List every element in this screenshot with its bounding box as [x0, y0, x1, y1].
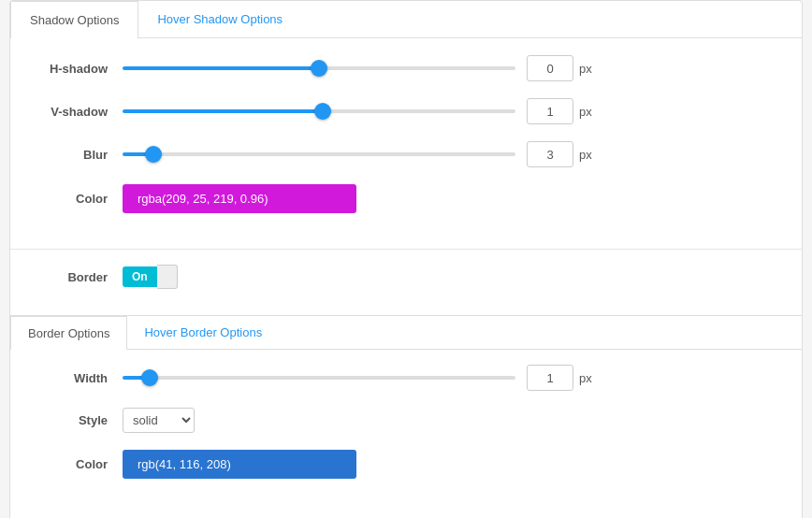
- h-shadow-unit: px: [579, 62, 592, 76]
- tab-border-options[interactable]: Border Options: [10, 316, 127, 350]
- border-style-row: Style solid dashed dotted double none: [38, 408, 774, 433]
- border-toggle-row: Border On: [38, 265, 774, 289]
- border-style-select[interactable]: solid dashed dotted double none: [123, 408, 195, 433]
- border-width-slider-wrap: [123, 376, 515, 380]
- tab-hover-border-options[interactable]: Hover Border Options: [127, 316, 279, 350]
- h-shadow-slider[interactable]: [123, 66, 515, 70]
- h-shadow-label: H-shadow: [38, 62, 123, 76]
- tab-shadow-options[interactable]: Shadow Options: [10, 1, 138, 38]
- v-shadow-label: V-shadow: [38, 105, 123, 119]
- toggle-on-label: On: [123, 266, 157, 287]
- border-width-label: Width: [38, 371, 123, 385]
- h-shadow-slider-wrap: [123, 66, 515, 70]
- border-width-row: Width px: [38, 365, 774, 391]
- shadow-color-row: Color rgba(209, 25, 219, 0.96): [38, 184, 774, 213]
- h-shadow-input[interactable]: [527, 55, 573, 81]
- border-color-row: Color rgb(41, 116, 208): [38, 450, 774, 479]
- border-options-section: Width px Style solid dashed dotted doubl…: [10, 350, 802, 505]
- border-rows: Width px Style solid dashed dotted doubl…: [38, 350, 774, 479]
- border-width-input[interactable]: [527, 365, 573, 391]
- blur-row: Blur px: [38, 141, 774, 167]
- v-shadow-slider[interactable]: [123, 109, 515, 113]
- v-shadow-slider-wrap: [123, 109, 515, 113]
- shadow-tabs: Shadow Options Hover Shadow Options: [10, 1, 802, 38]
- shadow-color-swatch[interactable]: rgba(209, 25, 219, 0.96): [123, 184, 356, 213]
- blur-slider[interactable]: [123, 152, 515, 156]
- border-toggle[interactable]: On: [123, 265, 178, 289]
- border-style-label: Style: [38, 413, 123, 427]
- border-width-unit: px: [579, 371, 592, 385]
- v-shadow-input[interactable]: [527, 98, 573, 124]
- border-section-top: Border On: [10, 265, 802, 315]
- border-toggle-wrap: On: [123, 265, 178, 289]
- toggle-off-part: [157, 265, 178, 289]
- blur-label: Blur: [38, 148, 123, 162]
- tab-hover-shadow-options[interactable]: Hover Shadow Options: [138, 1, 301, 38]
- v-shadow-unit: px: [579, 105, 592, 119]
- divider-1: [10, 249, 802, 250]
- v-shadow-row: V-shadow px: [38, 98, 774, 124]
- border-width-slider[interactable]: [123, 376, 515, 380]
- main-panel: Shadow Options Hover Shadow Options H-sh…: [9, 0, 803, 518]
- blur-slider-wrap: [123, 152, 515, 156]
- border-tabs: Border Options Hover Border Options: [10, 315, 802, 350]
- blur-unit: px: [579, 148, 592, 162]
- border-label: Border: [38, 270, 123, 284]
- border-color-label: Color: [38, 457, 123, 471]
- h-shadow-row: H-shadow px: [38, 55, 774, 81]
- shadow-section: H-shadow px V-shadow px Blur px: [10, 38, 802, 239]
- border-color-swatch[interactable]: rgb(41, 116, 208): [123, 450, 356, 479]
- blur-input[interactable]: [527, 141, 573, 167]
- shadow-color-label: Color: [38, 192, 123, 206]
